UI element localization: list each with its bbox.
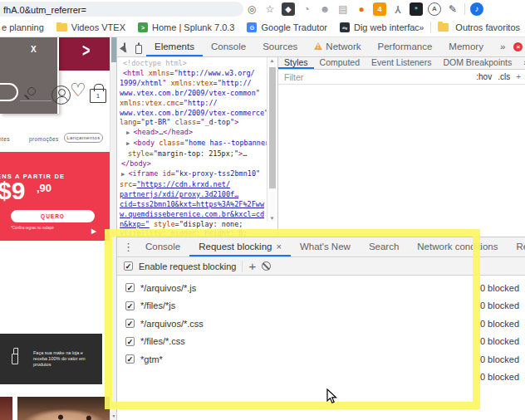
error-badge-icon[interactable]: ×: [513, 42, 523, 51]
person-extension-icon[interactable]: Y: [391, 2, 405, 16]
remove-all-patterns-icon[interactable]: [262, 261, 271, 271]
pattern-checkbox[interactable]: ✓: [125, 301, 135, 310]
sidebar-tab-styles[interactable]: Styles: [278, 57, 314, 69]
dom-tree-node[interactable]: visibility: hidden; height: 0;: [120, 229, 267, 237]
dom-tree-node[interactable]: www.vtex.com.br/2009/vtex-commerce": [120, 109, 267, 119]
scroll-up-icon[interactable]: ▲: [267, 58, 277, 63]
add-pattern-icon[interactable]: +: [248, 259, 256, 273]
dom-tree-node[interactable]: xmlns:vtex.cmc="http://: [120, 99, 267, 109]
address-bar[interactable]: fhA.0&utm_referrer=: [0, 2, 243, 17]
dark-square-extension-icon[interactable]: *: [410, 2, 423, 16]
promo-cta-button[interactable]: QUERO: [11, 210, 95, 222]
dom-tree-node[interactable]: lang="pt-BR" class="_d-top">: [120, 118, 267, 128]
sidebar-tab-dombreakpoints[interactable]: DOM Breakpoints: [437, 57, 518, 69]
dom-tree-node[interactable]: 1999/xhtml" xmlns:vtex="http://: [120, 79, 267, 89]
blocked-pattern-row: ✓*/files/*js0 blocked: [117, 297, 525, 315]
tab-close-icon[interactable]: ×: [276, 242, 281, 252]
pattern-text[interactable]: */arquivos/*.css: [140, 319, 204, 329]
pattern-text[interactable]: */files/*js: [140, 300, 175, 310]
smiley-extension-icon[interactable]: ☻: [318, 2, 331, 16]
dom-tree-node[interactable]: <html xmlns="http://www.w3.org/: [120, 69, 267, 79]
dom-tree-node[interactable]: src="https://cdn.krxd.net/: [120, 180, 267, 190]
toggle-hover-button[interactable]: :hov: [476, 72, 492, 81]
dom-tree-node[interactable]: www.vtex.com.br/2009/vtex-common": [120, 89, 267, 99]
dom-tree-node[interactable]: ▶ <head>…</head>: [120, 128, 267, 139]
bookmark-item[interactable]: GGoogle Tradutor: [247, 22, 327, 32]
other-bookmarks-label[interactable]: Outros favoritos: [455, 22, 520, 32]
account-icon[interactable]: [52, 85, 71, 105]
drawer-menu-icon[interactable]: ⋮: [120, 241, 136, 253]
pattern-text[interactable]: */files/*.css: [140, 336, 185, 346]
wishlist-heart-icon[interactable]: ♡: [70, 81, 86, 100]
search-icon[interactable]: [27, 87, 36, 95]
tab-network[interactable]: Network: [306, 37, 369, 56]
new-style-rule-button[interactable]: +: [516, 72, 521, 81]
scroll-extension-icon[interactable]: ▤: [336, 2, 350, 16]
drawer-tab-requestblocking[interactable]: Request blocking×: [189, 237, 291, 256]
tab-performance[interactable]: Performance: [370, 37, 441, 56]
cart-bag-icon[interactable]: 1: [90, 89, 106, 103]
sidebar-tab-eventlisteners[interactable]: Event Listeners: [366, 57, 437, 69]
nav-item-promoes[interactable]: promoções: [29, 136, 59, 142]
circle-a-extension-icon[interactable]: A: [428, 2, 441, 16]
drawer-tab-networkconditions[interactable]: Network conditions: [408, 237, 507, 256]
profile-avatar[interactable]: ♪: [470, 2, 483, 16]
pen-extension-icon[interactable]: ✎: [446, 2, 459, 16]
scroll-down-icon[interactable]: ▼: [267, 216, 277, 221]
dom-tree-node[interactable]: n&kxp=" style="display: none;: [120, 220, 267, 230]
bookmark-item[interactable]: Videos VTEX: [56, 22, 125, 32]
tab-[interactable]: »: [492, 37, 513, 56]
nav-item-lanamentos[interactable]: Lançamentos: [64, 133, 103, 143]
pattern-text[interactable]: */arquivos/*.js: [140, 283, 196, 293]
target-icon[interactable]: ◎: [245, 2, 258, 16]
orange-square-extension-icon[interactable]: 4: [373, 2, 386, 16]
dom-tree-node[interactable]: style="margin-top: 215px;">…: [120, 149, 267, 159]
blocked-count: 0 blocked: [480, 354, 519, 364]
bookmark-item[interactable]: digDig web interface: [340, 22, 419, 32]
inspect-element-icon[interactable]: [124, 42, 125, 52]
dom-tree-node[interactable]: </body>: [120, 159, 267, 169]
dom-tree-node[interactable]: w.quemdisseberenice.com.br&kxcl=cd: [120, 210, 267, 220]
popup-button-outline[interactable]: [0, 83, 18, 101]
page-scrollbar[interactable]: ▼: [110, 37, 116, 420]
dom-tree-node[interactable]: cid=tss2bmn10&kxt=https%3A%2F%2Fww: [120, 200, 267, 210]
nav-item-entes[interactable]: entes: [0, 136, 10, 142]
tab-sources[interactable]: Sources: [254, 37, 306, 56]
clock-extension-icon[interactable]: ◔: [300, 2, 313, 16]
toggle-class-button[interactable]: .cls: [498, 72, 510, 81]
search-field-underline[interactable]: [20, 100, 52, 101]
dom-tree-node[interactable]: ▶ <body class="home has--topbanner": [120, 139, 267, 149]
bookmark-item[interactable]: >Home | Splunk 7.0.3: [138, 22, 234, 32]
drawer-tab-search[interactable]: Search: [360, 237, 408, 256]
bookmark-star-icon[interactable]: ☆: [263, 2, 277, 16]
sidebar-tab-computed[interactable]: Computed: [314, 57, 366, 69]
tab-memory[interactable]: Memory: [440, 37, 492, 56]
pattern-checkbox[interactable]: ✓: [125, 283, 135, 292]
bookmark-item[interactable]: e planning: [2, 22, 44, 32]
popup-close-button[interactable]: X: [31, 45, 37, 54]
drawer-tab-rendering[interactable]: Rendering: [507, 237, 525, 256]
device-toolbar-icon[interactable]: [138, 42, 140, 52]
drawer-tab-whatsnew[interactable]: What's New: [291, 237, 360, 256]
elements-scrollbar[interactable]: ▲ ▼: [267, 57, 277, 222]
pattern-checkbox[interactable]: ✓: [125, 337, 135, 346]
pattern-checkbox[interactable]: ✓: [125, 354, 135, 364]
sidebar-tab-[interactable]: »: [518, 57, 525, 69]
styles-filter-input[interactable]: [278, 72, 476, 82]
page-scrollbar-down-icon[interactable]: ▼: [110, 413, 116, 418]
tab-console[interactable]: Console: [203, 37, 254, 56]
tab-elements[interactable]: Elements: [146, 37, 203, 56]
dom-tree-node[interactable]: ▶ <iframe id="kx-proxy-tss2bmn10": [120, 169, 267, 180]
drawer-tab-console[interactable]: Console: [136, 237, 189, 256]
dom-tree-node[interactable]: partnerjs/xdi/proxy.3d2100f…: [120, 190, 267, 200]
enable-request-blocking-checkbox[interactable]: ✓: [124, 261, 133, 271]
dom-tree-node[interactable]: <!doctype html>: [120, 59, 267, 69]
pattern-checkbox[interactable]: ✓: [125, 319, 135, 328]
shield-extension-icon[interactable]: ◆: [282, 2, 295, 16]
promo-next-arrow-icon[interactable]: ▶: [91, 227, 96, 235]
elements-scrollbar-thumb[interactable]: [269, 67, 276, 188]
pattern-text[interactable]: *gtm*: [140, 354, 163, 364]
bookmarks-overflow-chevron[interactable]: »: [419, 22, 424, 32]
carousel-next-icon[interactable]: >: [82, 41, 90, 61]
orange-ball-extension-icon[interactable]: ●: [355, 2, 368, 16]
